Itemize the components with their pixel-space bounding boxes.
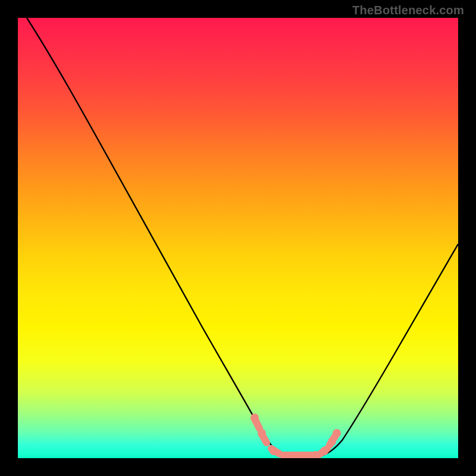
svg-point-7 <box>328 437 336 446</box>
bottleneck-curve <box>27 18 458 458</box>
svg-point-6 <box>320 447 328 455</box>
highlight-dots <box>250 414 341 458</box>
svg-point-1 <box>258 429 266 437</box>
plot-area <box>18 18 458 458</box>
svg-point-8 <box>333 429 341 437</box>
chart-container: TheBottleneck.com <box>0 0 476 476</box>
svg-point-0 <box>250 414 259 422</box>
watermark-text: TheBottleneck.com <box>352 4 464 17</box>
svg-point-2 <box>270 447 278 455</box>
curve-layer <box>18 18 458 458</box>
